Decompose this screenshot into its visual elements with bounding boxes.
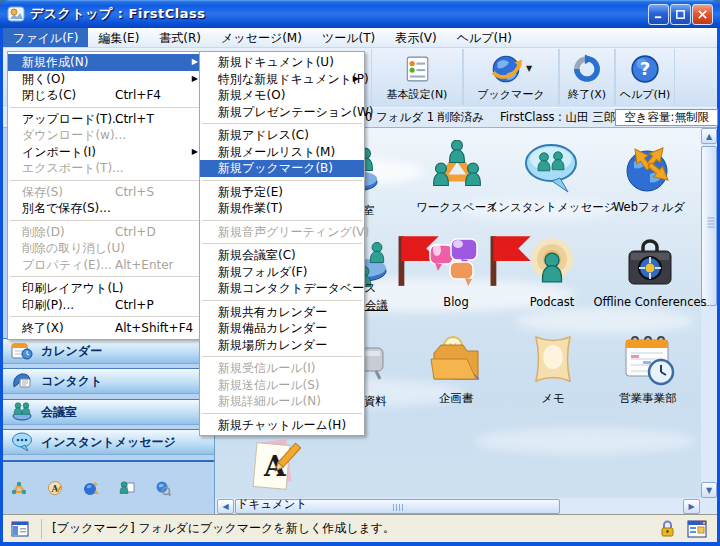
quit-arrow-icon — [572, 52, 602, 85]
file-menu-item-printlayout[interactable]: 印刷レイアウト(L) — [8, 280, 203, 297]
blog-icon — [427, 235, 485, 293]
desktop-icon-label: 資料 — [364, 394, 387, 409]
menu-item-label: 開く(O) — [22, 72, 65, 86]
titlebar[interactable]: デスクトップ : FirstClass — [0, 0, 720, 28]
toolbar-button-label: 基本設定(N) — [387, 87, 448, 102]
scroll-down-button[interactable]: ▼ — [701, 482, 717, 498]
desktop-icon-podcast[interactable]: Podcast — [500, 235, 604, 309]
toolbar-button-bookmark[interactable]: ▼ブックマーク — [463, 49, 559, 105]
toolbar-button-help[interactable]: ?ヘルプ(H) — [615, 49, 675, 105]
file-menu-item-close[interactable]: 閉じる(C)Ctrl+F4 — [8, 87, 203, 104]
sidebar-mini-icons: A — [11, 480, 171, 496]
file-menu-item-save: 保存(S)Ctrl+S — [8, 184, 203, 201]
desktop-icon-memo[interactable]: メモ — [501, 331, 605, 406]
sidebar-item-conferences[interactable]: 会議室 — [3, 399, 214, 425]
file-menu-item-import[interactable]: インポート(I)▶ — [8, 144, 203, 161]
mini-webfolder-icon[interactable] — [83, 480, 99, 496]
new-submenu-item-chatroom[interactable]: 新規チャットルーム(H) — [200, 417, 364, 434]
app-icon — [7, 6, 25, 22]
desktop-icon-proposal[interactable]: 企画書 — [404, 331, 508, 406]
menu-item-label: 新規チャットルーム(H) — [218, 418, 346, 432]
file-menu-item-print[interactable]: 印刷(P)...Ctrl+P — [8, 297, 203, 314]
new-submenu-item-memo[interactable]: 新規メモ(O) — [200, 87, 364, 104]
file-menu-item-new[interactable]: 新規作成(N)▶ — [8, 54, 203, 71]
toolbar-button-quit[interactable]: 終了(X) — [559, 49, 615, 105]
new-submenu-item-presentation[interactable]: 新規プレゼンテーション(W) — [200, 104, 364, 121]
menu-item-label: ダウンロード(w)... — [22, 128, 126, 142]
mini-signature-icon[interactable]: A — [47, 480, 63, 496]
file-menu-item-upload[interactable]: アップロード(T)...Ctrl+T — [8, 111, 203, 128]
menubar-item-message[interactable]: メッセージ(M) — [211, 28, 312, 47]
submenu-arrow-icon: ▶ — [192, 144, 198, 161]
file-menu-item-saveas[interactable]: 別名で保存(S)... — [8, 200, 203, 217]
file-menu-item-quit[interactable]: 終了(X)Alt+Shift+F4 — [8, 320, 203, 337]
menu-separator — [10, 220, 201, 221]
desktop-icon-offlineconferences[interactable]: Offline Conferences — [598, 235, 702, 309]
desktop-icon-instantmessage[interactable]: インスタントメッセージ — [499, 140, 603, 215]
menu-item-label: 新規メールリスト(M) — [218, 145, 335, 159]
scroll-up-button[interactable]: ▲ — [701, 128, 717, 144]
new-submenu-item-equipcal[interactable]: 新規備品カレンダー — [200, 320, 364, 337]
menubar-item-format[interactable]: 書式(R) — [149, 28, 211, 47]
maximize-button[interactable] — [670, 4, 691, 25]
mini-persondoc-icon[interactable] — [119, 480, 135, 496]
new-submenu-item-folder[interactable]: 新規フォルダ(F) — [200, 264, 364, 281]
desktop-icon-webfolder[interactable]: Webフォルダ — [597, 140, 701, 215]
new-submenu-item-conference[interactable]: 新規会議室(C) — [200, 247, 364, 264]
new-submenu-item-contactdb[interactable]: 新規コンタクトデータベース — [200, 280, 364, 297]
vertical-scroll-thumb[interactable] — [701, 146, 717, 306]
desktop-icon-document[interactable]: Aドキュメント — [220, 437, 324, 512]
sb-meeting-icon — [11, 402, 33, 422]
scrollbar-corner — [701, 498, 717, 514]
close-button[interactable] — [692, 4, 713, 25]
desktop-icon-label: 企画書 — [439, 391, 474, 406]
desktop-icon-label: Webフォルダ — [613, 200, 685, 215]
new-submenu-item-receiverule: 新規受信ルール(I) — [200, 360, 364, 377]
sidebar-item-calendar[interactable]: カレンダー — [3, 338, 214, 364]
mini-websearch-icon[interactable] — [155, 480, 171, 496]
sidebar-item-label: コンタクト — [41, 373, 102, 390]
menu-item-label: 新規コンタクトデータベース — [218, 281, 377, 295]
menu-item-label: 新規備品カレンダー — [218, 321, 327, 335]
menu-item-label: 削除の取り消し(U) — [22, 241, 125, 255]
instant-message-icon — [522, 140, 580, 198]
dropdown-arrow-icon[interactable]: ▼ — [526, 64, 532, 73]
new-submenu-item-maillist[interactable]: 新規メールリスト(M) — [200, 144, 364, 161]
menu-item-label: 新規ドキュメント(U) — [218, 55, 334, 69]
sidebar-item-contacts[interactable]: コンタクト — [3, 368, 214, 394]
sidebar-item-label: カレンダー — [41, 343, 102, 360]
menu-item-label: エクスポート(T)... — [22, 161, 124, 175]
new-submenu-item-specialdoc[interactable]: 特別な新規ドキュメント(P)▶ — [200, 71, 364, 88]
menu-item-label: 新規メモ(O) — [218, 88, 285, 102]
new-submenu-item-placecal[interactable]: 新規場所カレンダー — [200, 337, 364, 354]
unread-flag-icon — [481, 232, 493, 246]
menubar-item-tools[interactable]: ツール(T) — [312, 28, 385, 47]
toolbar-button-preferences[interactable]: 基本設定(N) — [371, 49, 463, 105]
file-menu-item-open[interactable]: 開く(O)▶ — [8, 71, 203, 88]
sidebar-item-instantmessage[interactable]: インスタントメッセージ — [3, 429, 214, 455]
desktop-icon-blog[interactable]: Blog — [404, 235, 508, 309]
panel-toggle-icon[interactable] — [11, 520, 29, 538]
menu-item-label: 削除(D) — [22, 225, 65, 239]
minimize-button[interactable] — [648, 4, 669, 25]
menubar-item-help[interactable]: ヘルプ(H) — [447, 28, 522, 47]
menu-item-shortcut: Ctrl+F4 — [115, 87, 161, 104]
scroll-right-button[interactable]: ▶ — [683, 499, 700, 514]
menu-separator — [202, 413, 362, 414]
help-icon: ? — [630, 52, 660, 85]
menubar-item-file[interactable]: ファイル(F) — [3, 28, 88, 47]
connection-window-icon[interactable] — [687, 520, 707, 538]
menubar-item-edit[interactable]: 編集(E) — [88, 28, 149, 47]
menubar-item-view[interactable]: 表示(V) — [385, 28, 447, 47]
mini-workspace-icon[interactable] — [11, 480, 27, 496]
new-submenu-item-sharedcal[interactable]: 新規共有カレンダー — [200, 304, 364, 321]
new-submenu-item-task[interactable]: 新規作業(T) — [200, 200, 364, 217]
menu-item-label: 新規詳細ルール(N) — [218, 394, 321, 408]
new-submenu-item-event[interactable]: 新規予定(E) — [200, 184, 364, 201]
new-submenu-item-document[interactable]: 新規ドキュメント(U) — [200, 54, 364, 71]
menu-item-label: 新規音声グリーティング(V) — [218, 225, 369, 239]
new-submenu-item-bookmark[interactable]: 新規ブックマーク(B) — [200, 160, 364, 177]
desktop-icon-salesdept[interactable]: 営業事業部 — [596, 331, 700, 406]
new-submenu-item-address[interactable]: 新規アドレス(C) — [200, 127, 364, 144]
desktop-icon-label: Offline Conferences — [593, 295, 706, 309]
